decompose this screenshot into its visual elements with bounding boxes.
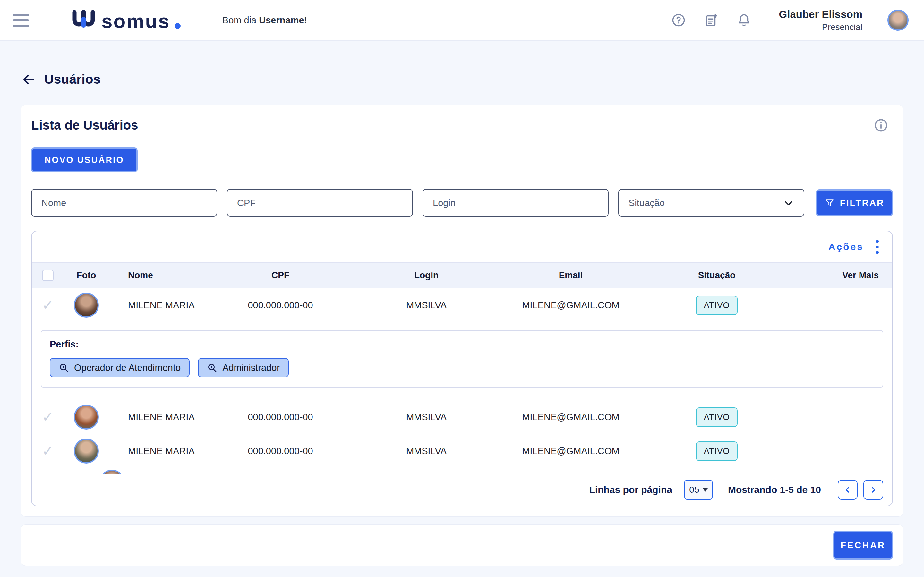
magnifier-icon (59, 363, 69, 373)
showing-range-text: Mostrando 1-5 de 10 (728, 484, 821, 495)
cell-nome: MILENE MARIA (109, 300, 208, 311)
table-row[interactable]: ✓ MILENE MARIA 000.000.000-00 MMSILVA MI… (32, 400, 892, 434)
user-list-card: Lista de Usuários NOVO USUÁRIO Situação (21, 105, 903, 517)
table-row[interactable]: ✓ MILENE MARIA 000.000.000-00 MMSILVA MI… (32, 288, 892, 322)
rows-per-page-label: Linhas por página (590, 484, 672, 495)
cell-cpf: 000.000.000-00 (208, 446, 352, 456)
filter-bar: Situação FILTRAR (31, 189, 893, 217)
user-info: Glauber Elissom Presencial (779, 8, 863, 32)
cell-nome: MILENE MARIA (109, 446, 208, 456)
cell-cpf: 000.000.000-00 (208, 300, 352, 311)
cell-cpf: 000.000.000-00 (208, 412, 352, 422)
help-icon[interactable] (671, 13, 686, 27)
perfil-chip-administrador[interactable]: Administrador (198, 358, 289, 377)
row-check-icon[interactable]: ✓ (32, 444, 64, 458)
brand-dot (175, 23, 181, 29)
page-title: Usuários (44, 72, 100, 87)
status-badge: ATIVO (696, 442, 737, 461)
chevron-down-icon (783, 197, 794, 208)
perfil-chip-label: Administrador (222, 363, 280, 373)
fechar-button[interactable]: FECHAR (833, 531, 893, 560)
info-icon[interactable] (874, 118, 888, 133)
new-user-button[interactable]: NOVO USUÁRIO (31, 147, 137, 172)
user-avatar[interactable] (887, 10, 909, 31)
perfis-label: Perfis: (50, 339, 874, 350)
situacao-select-label: Situação (628, 198, 665, 208)
acoes-label[interactable]: Ações (829, 242, 864, 252)
footer-action-bar: FECHAR (21, 524, 903, 566)
new-note-icon[interactable] (704, 13, 719, 27)
magnifier-icon (207, 363, 217, 373)
row-check-icon[interactable]: ✓ (32, 410, 64, 424)
greeting-username: Username! (259, 15, 307, 25)
perfil-chip-label: Operador de Atendimento (74, 363, 181, 373)
header-ver-mais: Ver Mais (792, 270, 892, 280)
header-login: Login (352, 270, 500, 280)
table-row[interactable]: ✓ MILENE MARIA 000.000.000-00 MMSILVA MI… (32, 434, 892, 468)
menu-icon[interactable] (13, 14, 29, 27)
row-photo-avatar[interactable] (74, 438, 99, 464)
row-photo-avatar[interactable] (74, 293, 99, 318)
cell-email: MILENE@GMAIL.COM (500, 412, 641, 422)
status-badge: ATIVO (696, 295, 737, 315)
filtrar-button[interactable]: FILTRAR (816, 189, 893, 216)
cell-login: MMSILVA (352, 300, 500, 311)
top-bar: somus Bom dia Username! (0, 0, 924, 41)
situacao-select[interactable]: Situação (618, 189, 804, 217)
row-check-icon[interactable]: ✓ (32, 298, 64, 312)
card-title: Lista de Usuários (31, 118, 138, 132)
cell-nome: MILENE MARIA (109, 412, 208, 422)
pagination-bar: Linhas por página 05 Mostrando 1-5 de 10 (32, 474, 892, 506)
perfil-chip-operador[interactable]: Operador de Atendimento (50, 358, 190, 377)
clipped-row (32, 468, 892, 474)
filtrar-button-label: FILTRAR (840, 198, 885, 208)
caret-down-icon (703, 488, 708, 492)
cpf-input[interactable] (227, 189, 413, 217)
cell-login: MMSILVA (352, 446, 500, 456)
header-cpf: CPF (208, 270, 352, 280)
status-badge: ATIVO (696, 408, 737, 427)
login-input[interactable] (423, 189, 609, 217)
user-mode: Presencial (779, 23, 863, 32)
back-arrow-icon[interactable] (22, 73, 36, 87)
kebab-menu-icon[interactable] (873, 239, 881, 255)
nome-input[interactable] (31, 189, 217, 217)
cell-email: MILENE@GMAIL.COM (500, 446, 641, 456)
header-nome: Nome (109, 270, 208, 280)
brand-name: somus (102, 12, 170, 30)
row-photo-avatar[interactable] (74, 405, 99, 430)
select-all-checkbox[interactable] (42, 269, 53, 281)
user-name: Glauber Elissom (779, 8, 863, 21)
brand-logo: somus (71, 10, 181, 30)
filter-funnel-icon (825, 198, 835, 208)
brand-mark-icon (71, 10, 97, 30)
users-table: Ações Foto Nome CPF Login Email Situação… (31, 231, 893, 506)
perfis-expanded-section: Perfis: Operador de Atendimento (32, 322, 892, 400)
table-header-row: Foto Nome CPF Login Email Situação Ver M… (32, 262, 892, 288)
cell-email: MILENE@GMAIL.COM (500, 300, 641, 311)
header-email: Email (500, 270, 641, 280)
prev-page-button[interactable] (838, 480, 858, 500)
next-page-button[interactable] (863, 480, 883, 500)
cell-login: MMSILVA (352, 412, 500, 422)
header-foto: Foto (64, 270, 109, 280)
header-situacao: Situação (641, 270, 792, 280)
greeting-text: Bom dia Username! (222, 15, 307, 26)
rows-per-page-select[interactable]: 05 (684, 480, 712, 500)
notifications-bell-icon[interactable] (737, 13, 751, 27)
rows-per-page-value: 05 (689, 485, 699, 495)
